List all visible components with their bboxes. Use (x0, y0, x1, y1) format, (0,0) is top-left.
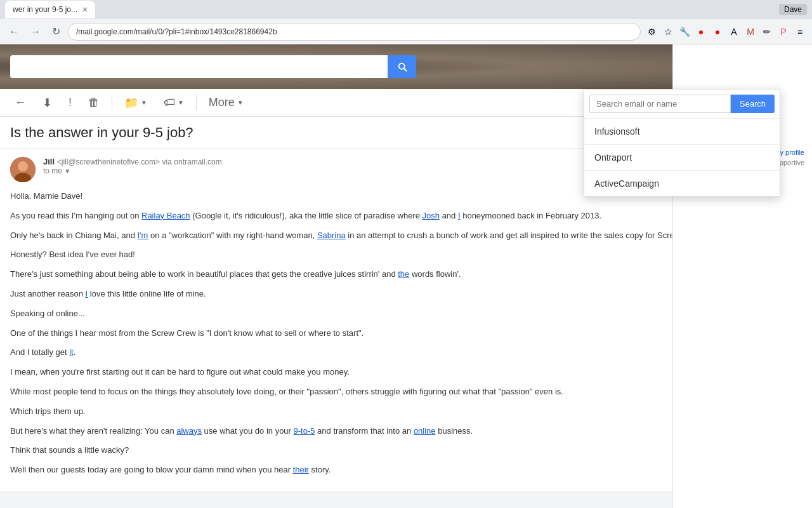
move-to-button[interactable]: 📁 ▼ (117, 91, 154, 114)
label-dropdown-icon: ▼ (178, 99, 184, 106)
via-label: via (162, 157, 174, 166)
gmail-container: ← ⬇ ! 🗑 📁 ▼ 🏷 ▼ More ▼ Is the answer in … (0, 44, 812, 508)
pocket-icon: P (776, 25, 790, 39)
edit-icon: ✏ (760, 25, 774, 39)
back-to-inbox-button[interactable]: ← (8, 91, 33, 114)
gmail-search-input[interactable] (10, 55, 388, 78)
archive-icon: ⬇ (43, 96, 52, 110)
extensions-bar-icon: 🔧 (678, 25, 691, 39)
tab-close-button[interactable]: × (82, 4, 88, 15)
sender-name: Jill (43, 157, 55, 166)
more-label: More (209, 96, 235, 109)
dropdown-search-button[interactable]: Search (731, 95, 775, 113)
delete-icon: 🗑 (88, 96, 100, 109)
delete-button[interactable]: 🗑 (81, 91, 107, 114)
gmail-icon: M (743, 25, 757, 39)
menu-icon[interactable]: ≡ (793, 25, 807, 39)
search-icon (396, 61, 408, 72)
via-domain: ontramail.com (174, 157, 221, 166)
toolbar-separator (112, 95, 112, 110)
toolbar-separator-2 (196, 95, 197, 110)
gmail-search-bar (10, 55, 416, 78)
back-icon: ← (15, 96, 26, 109)
sender-avatar (10, 157, 36, 182)
dropdown-search-row: Search (584, 90, 780, 119)
adblock2-icon: ● (710, 25, 724, 39)
abp-icon: A (727, 25, 741, 39)
to-me-dropdown-icon[interactable]: ▼ (64, 168, 70, 175)
adblock-icon: ● (694, 25, 708, 39)
search-dropdown: Search Infusionsoft Ontraport ActiveCamp… (584, 89, 780, 197)
spam-icon: ! (69, 96, 72, 109)
browser-user: Dave (779, 4, 807, 15)
sender-email: <jill@screwtheninetofive.com> (57, 157, 160, 166)
browser-tab[interactable]: wer in your 9-5 jo... × (5, 1, 95, 18)
dropdown-item-ontraport[interactable]: Ontraport (584, 145, 780, 171)
dropdown-item-activecampaign[interactable]: ActiveCampaign (584, 171, 780, 196)
label-icon: 🏷 (164, 96, 175, 109)
labels-button[interactable]: 🏷 ▼ (157, 91, 191, 114)
url-text: /mail.google.com/mail/u/0/?pli=1#inbox/1… (76, 27, 277, 36)
back-button[interactable]: ← (5, 23, 23, 40)
dropdown-search-input[interactable] (589, 95, 731, 113)
gmail-search-button[interactable] (388, 55, 416, 78)
dropdown-item-infusionsoft[interactable]: Infusionsoft (584, 119, 780, 145)
address-bar[interactable]: /mail.google.com/mail/u/0/?pli=1#inbox/1… (68, 23, 641, 41)
extensions-icon: ⚙ (645, 25, 658, 39)
forward-button[interactable]: → (27, 23, 44, 40)
archive-button[interactable]: ⬇ (36, 91, 59, 114)
spam-button[interactable]: ! (62, 91, 79, 114)
folder-icon: 📁 (124, 96, 138, 110)
bookmark-icon[interactable]: ☆ (661, 25, 675, 39)
folder-dropdown-icon: ▼ (141, 99, 147, 106)
svg-point-1 (18, 161, 28, 171)
more-dropdown-icon: ▼ (237, 99, 244, 106)
tab-title: wer in your 9-5 jo... (13, 5, 77, 14)
refresh-button[interactable]: ↻ (48, 23, 64, 40)
more-button[interactable]: More ▼ (202, 91, 251, 114)
